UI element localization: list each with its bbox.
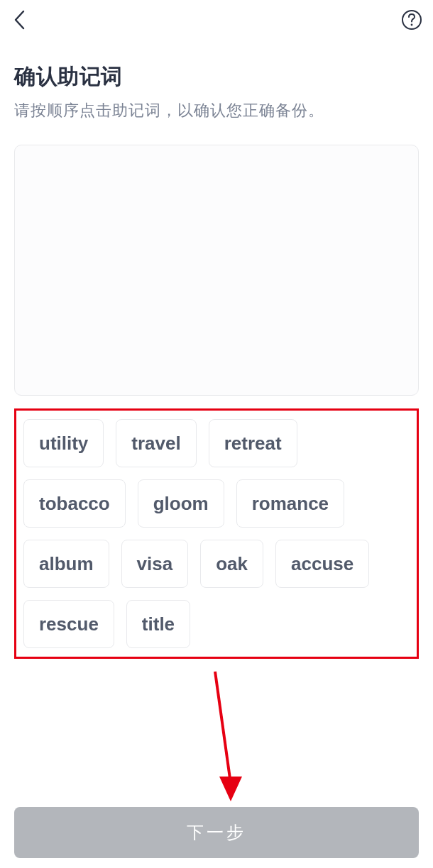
- help-icon[interactable]: [400, 9, 423, 31]
- header: [0, 0, 433, 40]
- word-chip-accuse[interactable]: accuse: [275, 540, 369, 588]
- word-chip-title[interactable]: title: [126, 600, 190, 648]
- word-chip-album[interactable]: album: [23, 540, 109, 588]
- word-grid: utility travel retreat tobacco gloom rom…: [23, 419, 410, 648]
- word-chip-romance[interactable]: romance: [236, 479, 344, 528]
- svg-line-2: [215, 672, 231, 784]
- main-content: 确认助记词 请按顺序点击助记词，以确认您正确备份。 utility travel…: [0, 40, 433, 659]
- annotation-arrow-icon: [209, 670, 252, 808]
- word-chip-rescue[interactable]: rescue: [23, 600, 114, 648]
- next-button-label: 下一步: [187, 821, 246, 844]
- selected-words-area[interactable]: [14, 145, 419, 396]
- word-chip-oak[interactable]: oak: [200, 540, 263, 588]
- word-chip-gloom[interactable]: gloom: [138, 479, 224, 528]
- back-icon[interactable]: [10, 10, 30, 30]
- svg-marker-3: [219, 777, 242, 801]
- page-title: 确认助记词: [14, 62, 419, 91]
- word-chip-tobacco[interactable]: tobacco: [23, 479, 126, 528]
- word-chip-visa[interactable]: visa: [121, 540, 189, 588]
- word-chip-travel[interactable]: travel: [116, 419, 196, 467]
- next-button[interactable]: 下一步: [14, 807, 419, 858]
- word-chip-utility[interactable]: utility: [23, 419, 104, 467]
- word-grid-highlight: utility travel retreat tobacco gloom rom…: [14, 408, 419, 659]
- svg-point-1: [411, 24, 413, 26]
- word-chip-retreat[interactable]: retreat: [209, 419, 297, 467]
- page-subtitle: 请按顺序点击助记词，以确认您正确备份。: [14, 99, 419, 122]
